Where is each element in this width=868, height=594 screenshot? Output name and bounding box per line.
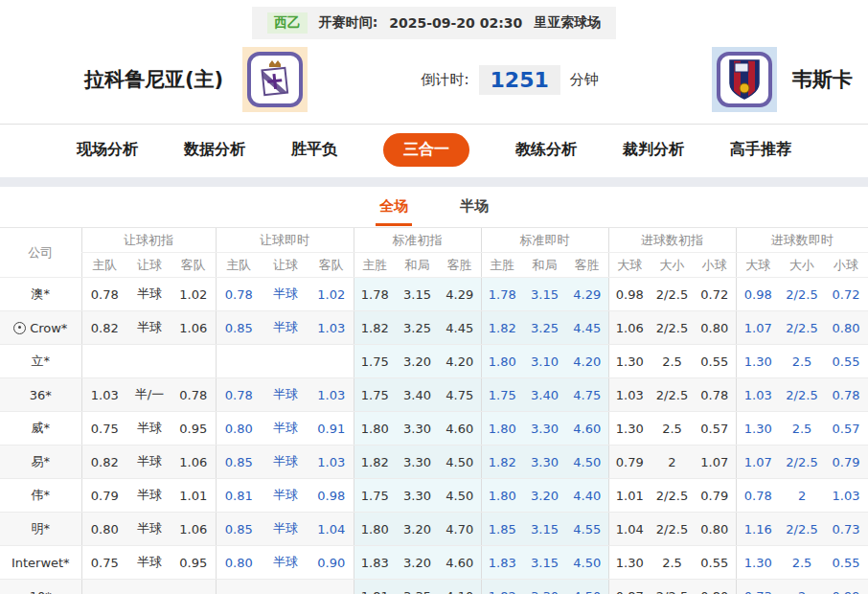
odds-cell-goals-live-0[interactable]: 1.16 xyxy=(736,513,780,546)
odds-cell-standard-live-2[interactable]: 4.55 xyxy=(566,513,608,546)
odds-cell-standard-live-0[interactable]: 1.83 xyxy=(481,546,523,580)
odds-cell-handicap-live-0[interactable]: 0.85 xyxy=(216,311,262,345)
odds-cell-standard-live-0[interactable]: 1.82 xyxy=(481,311,523,345)
odds-cell-standard-live-0[interactable]: 1.82 xyxy=(481,580,523,594)
odds-cell-handicap-live-2[interactable]: 1.03 xyxy=(309,378,354,412)
odds-cell-standard-initial-2: 4.50 xyxy=(439,446,481,479)
odds-cell-standard-live-1[interactable]: 3.20 xyxy=(523,479,566,513)
subtab-full-match[interactable]: 全场 xyxy=(376,197,412,226)
odds-cell-standard-live-2[interactable]: 4.29 xyxy=(566,278,608,311)
odds-cell-handicap-live-0[interactable]: 0.85 xyxy=(216,446,262,479)
odds-cell-goals-live-1[interactable]: 2/2.5 xyxy=(780,513,824,546)
odds-cell-handicap-live-0[interactable]: 0.81 xyxy=(216,479,262,513)
nav-tab-win-draw-lose[interactable]: 胜平负 xyxy=(291,134,337,166)
subtab-half-match[interactable]: 半场 xyxy=(456,197,492,226)
odds-cell-goals-live-0[interactable]: 1.30 xyxy=(736,412,780,446)
nav-tab-coach-analysis[interactable]: 教练分析 xyxy=(515,134,577,166)
odds-cell-standard-live-2[interactable]: 4.50 xyxy=(566,546,608,580)
odds-cell-standard-live-2[interactable]: 4.45 xyxy=(566,311,608,345)
odds-cell-handicap-live-0[interactable]: 0.80 xyxy=(216,412,262,446)
odds-cell-handicap-initial-0: 0.75 xyxy=(81,412,127,446)
odds-cell-goals-live-1[interactable]: 2/2.5 xyxy=(780,378,824,412)
odds-cell-handicap-live-0[interactable]: 0.78 xyxy=(216,378,262,412)
odds-cell-handicap-live-1[interactable]: 半球 xyxy=(262,378,309,412)
odds-cell-goals-live-0[interactable]: 1.30 xyxy=(736,345,780,378)
odds-cell-standard-live-1[interactable]: 3.30 xyxy=(523,446,566,479)
odds-cell-goals-live-2[interactable]: 0.55 xyxy=(824,345,868,378)
odds-cell-handicap-live-2[interactable]: 1.03 xyxy=(309,446,354,479)
odds-cell-standard-live-2[interactable]: 4.50 xyxy=(566,580,608,594)
odds-cell-goals-live-2[interactable]: 0.78 xyxy=(824,378,868,412)
odds-cell-handicap-live-2[interactable]: 1.03 xyxy=(309,311,354,345)
odds-cell-goals-live-1[interactable]: 2/2.5 xyxy=(780,278,824,311)
odds-cell-standard-live-0[interactable]: 1.85 xyxy=(481,513,523,546)
nav-tab-expert-picks[interactable]: 高手推荐 xyxy=(730,134,791,166)
odds-cell-standard-initial-1: 3.20 xyxy=(396,345,439,378)
odds-cell-goals-live-0[interactable]: 0.78 xyxy=(736,479,780,513)
odds-cell-standard-live-2[interactable]: 4.40 xyxy=(566,479,608,513)
nav-tab-live-analysis[interactable]: 现场分析 xyxy=(77,134,138,166)
odds-cell-goals-live-2[interactable]: 0.72 xyxy=(824,278,868,311)
nav-tab-referee-analysis[interactable]: 裁判分析 xyxy=(623,134,684,166)
odds-cell-standard-live-2[interactable]: 4.20 xyxy=(566,345,608,378)
nav-tab-data-analysis[interactable]: 数据分析 xyxy=(184,134,245,166)
odds-cell-goals-live-0[interactable]: 0.73 xyxy=(736,580,780,594)
odds-cell-standard-live-0[interactable]: 1.82 xyxy=(481,446,523,479)
odds-cell-handicap-live-2[interactable]: 0.90 xyxy=(309,546,354,580)
odds-cell-handicap-live-1[interactable]: 半球 xyxy=(262,446,309,479)
odds-cell-standard-live-0[interactable]: 1.80 xyxy=(481,412,523,446)
odds-cell-goals-live-2[interactable]: 0.55 xyxy=(824,546,868,580)
odds-cell-goals-live-1[interactable]: 2.5 xyxy=(780,345,824,378)
odds-cell-handicap-live-0[interactable]: 0.85 xyxy=(216,513,262,546)
odds-cell-standard-live-1[interactable]: 3.15 xyxy=(523,278,566,311)
odds-cell-handicap-live-2[interactable]: 0.98 xyxy=(309,479,354,513)
odds-cell-standard-live-1[interactable]: 3.30 xyxy=(523,412,566,446)
odds-cell-standard-live-1[interactable]: 3.30 xyxy=(523,580,566,594)
odds-cell-goals-live-0[interactable]: 1.30 xyxy=(736,546,780,580)
column-header-standard-live-2: 客胜 xyxy=(566,253,608,278)
odds-cell-goals-live-0[interactable]: 1.07 xyxy=(736,446,780,479)
odds-cell-standard-live-0[interactable]: 1.78 xyxy=(481,278,523,311)
odds-cell-handicap-live-1[interactable]: 半球 xyxy=(262,479,309,513)
odds-cell-goals-live-0[interactable]: 0.98 xyxy=(736,278,780,311)
odds-cell-goals-live-1[interactable]: 2/2.5 xyxy=(780,446,824,479)
odds-cell-handicap-live-1[interactable]: 半球 xyxy=(262,278,309,311)
odds-cell-standard-live-1[interactable]: 3.15 xyxy=(523,513,566,546)
odds-cell-handicap-live-0[interactable]: 0.78 xyxy=(216,278,262,311)
odds-cell-handicap-live-2[interactable]: 1.04 xyxy=(309,513,354,546)
odds-cell-handicap-live-2[interactable]: 1.02 xyxy=(309,278,354,311)
odds-cell-standard-live-1[interactable]: 3.15 xyxy=(523,546,566,580)
odds-cell-goals-live-2[interactable]: 0.73 xyxy=(824,513,868,546)
odds-cell-goals-live-2[interactable]: 0.57 xyxy=(824,412,868,446)
company-cell: Interwet* xyxy=(0,546,81,580)
odds-cell-standard-live-1[interactable]: 3.25 xyxy=(523,311,566,345)
odds-cell-standard-live-0[interactable]: 1.80 xyxy=(481,479,523,513)
odds-cell-goals-live-0[interactable]: 1.07 xyxy=(736,311,780,345)
odds-cell-standard-live-1[interactable]: 3.40 xyxy=(523,378,566,412)
odds-cell-standard-live-2[interactable]: 4.75 xyxy=(566,378,608,412)
odds-cell-goals-live-1[interactable]: 2.5 xyxy=(780,412,824,446)
odds-cell-goals-live-1[interactable]: 2/2.5 xyxy=(780,311,824,345)
odds-cell-goals-live-2[interactable]: 0.99 xyxy=(824,580,868,594)
countdown-unit: 分钟 xyxy=(570,71,599,89)
odds-cell-goals-live-1[interactable]: 2.5 xyxy=(780,546,824,580)
odds-cell-handicap-live-1[interactable]: 半球 xyxy=(262,513,309,546)
odds-cell-standard-live-0[interactable]: 1.80 xyxy=(481,345,523,378)
company-cell: 伟* xyxy=(0,479,81,513)
odds-cell-standard-live-2[interactable]: 4.60 xyxy=(566,412,608,446)
odds-cell-standard-live-0[interactable]: 1.75 xyxy=(481,378,523,412)
odds-cell-handicap-live-0[interactable]: 0.80 xyxy=(216,546,262,580)
odds-cell-handicap-live-1[interactable]: 半球 xyxy=(262,311,309,345)
odds-cell-goals-live-2[interactable]: 0.80 xyxy=(824,311,868,345)
odds-cell-handicap-live-1[interactable]: 半球 xyxy=(262,546,309,580)
odds-cell-goals-live-2[interactable]: 0.79 xyxy=(824,446,868,479)
odds-cell-standard-live-2[interactable]: 4.50 xyxy=(566,446,608,479)
odds-cell-goals-live-1[interactable]: 2 xyxy=(780,479,824,513)
nav-tab-three-in-one[interactable]: 三合一 xyxy=(383,133,469,167)
odds-cell-standard-live-1[interactable]: 3.10 xyxy=(523,345,566,378)
odds-cell-handicap-live-2[interactable]: 0.91 xyxy=(309,412,354,446)
odds-cell-goals-live-0[interactable]: 1.03 xyxy=(736,378,780,412)
odds-cell-handicap-live-1[interactable]: 半球 xyxy=(262,412,309,446)
odds-cell-goals-live-2[interactable]: 1.03 xyxy=(824,479,868,513)
odds-cell-goals-live-1[interactable]: 2 xyxy=(780,580,824,594)
